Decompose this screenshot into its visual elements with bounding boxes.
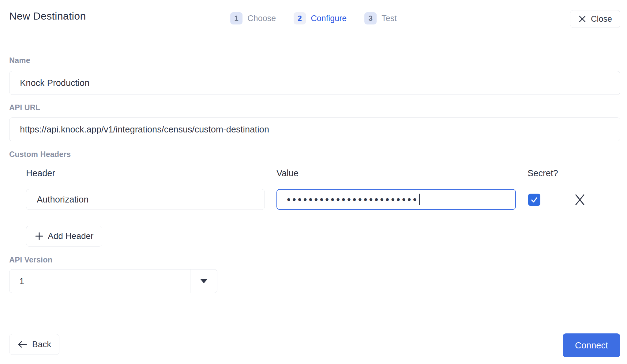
api-version-select[interactable]: 1	[9, 269, 217, 293]
close-button[interactable]: Close	[570, 10, 620, 28]
step-number-badge: 2	[294, 12, 306, 24]
add-header-button[interactable]: Add Header	[26, 226, 102, 247]
chevron-down-icon	[200, 279, 208, 283]
step-label: Test	[381, 14, 397, 23]
stepper: 1 Choose 2 Configure 3 Test	[230, 12, 397, 24]
column-label-value: Value	[276, 168, 298, 178]
name-field-wrap	[9, 71, 620, 95]
close-icon	[578, 15, 586, 23]
plus-icon	[35, 232, 43, 240]
secret-checkbox[interactable]	[528, 194, 540, 206]
close-button-label: Close	[591, 14, 612, 24]
name-label: Name	[9, 56, 30, 65]
arrow-left-icon	[17, 340, 27, 348]
x-icon	[573, 193, 586, 206]
header-name-input[interactable]	[26, 189, 265, 210]
page-title: New Destination	[9, 10, 86, 22]
add-header-button-label: Add Header	[48, 231, 93, 241]
api-url-field-wrap	[9, 117, 620, 141]
step-label: Choose	[247, 14, 276, 23]
custom-headers-label: Custom Headers	[9, 150, 71, 159]
api-version-label: API Version	[9, 255, 52, 264]
name-input[interactable]	[9, 71, 620, 95]
column-label-header: Header	[26, 168, 55, 178]
back-button-label: Back	[32, 340, 51, 349]
column-label-secret: Secret?	[528, 168, 558, 178]
step-number-badge: 1	[230, 12, 242, 24]
step-test[interactable]: 3 Test	[364, 12, 397, 24]
check-icon	[530, 196, 538, 204]
delete-header-row-button[interactable]	[572, 191, 588, 207]
select-arrow-zone[interactable]	[190, 269, 217, 293]
api-url-label: API URL	[9, 103, 40, 112]
header-value-input[interactable]: ••••••••••••••••••••••••	[276, 189, 516, 210]
step-label: Configure	[311, 14, 347, 23]
api-version-selected-value: 1	[9, 269, 190, 293]
step-choose[interactable]: 1 Choose	[230, 12, 276, 24]
connect-button[interactable]: Connect	[563, 333, 620, 357]
step-number-badge: 3	[364, 12, 377, 24]
api-url-input[interactable]	[9, 117, 620, 141]
back-button[interactable]: Back	[9, 334, 59, 355]
header-name-field-wrap	[26, 189, 265, 210]
step-configure[interactable]: 2 Configure	[294, 12, 347, 24]
text-cursor	[419, 194, 420, 205]
masked-value-text: ••••••••••••••••••••••••	[287, 194, 419, 205]
